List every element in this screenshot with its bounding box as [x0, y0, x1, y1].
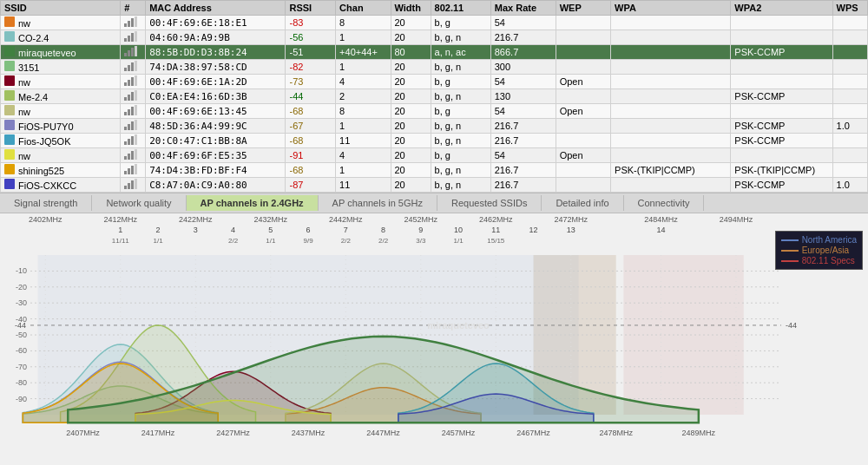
table-row[interactable]: nw00:4F:69:6E:1A:2D-73420b, g54Open [1, 75, 868, 89]
cell-value: 54 [490, 16, 556, 30]
table-row[interactable]: nw00:4F:69:6E:18:E1-83820b, g54 [1, 16, 868, 30]
cell-value: PSK-(TKIP|CCMP) [731, 163, 832, 178]
svg-text:2452MHz: 2452MHz [404, 215, 438, 224]
cell-value: 1 [336, 60, 391, 75]
cell-value [731, 75, 832, 89]
svg-text:2437MHz: 2437MHz [292, 429, 326, 437]
cell-value: 20 [391, 178, 431, 193]
table-row[interactable]: Me-2.4C0:EA:E4:16:6D:3B-44220b, g, n130P… [1, 89, 868, 104]
tab-ap-channels-in-5ghz[interactable]: AP channels in 5GHz [319, 195, 437, 211]
svg-rect-29 [128, 124, 130, 130]
cell-value: -82 [286, 60, 336, 75]
cell-num [121, 104, 146, 119]
svg-text:-30: -30 [16, 298, 27, 307]
tab-requested-ssids[interactable]: Requested SSIDs [437, 195, 542, 211]
cell-value: 54 [490, 148, 556, 163]
network-color-dot [4, 164, 15, 174]
table-row[interactable]: 315174:DA:38:97:58:CD-82120b, g, n300 [1, 60, 868, 75]
cell-value: -44 [286, 89, 336, 104]
cell-value: 20 [391, 163, 431, 178]
cell-value: -51 [286, 45, 336, 60]
cell-num [121, 45, 146, 60]
tab-signal-strength[interactable]: Signal strength [0, 195, 92, 211]
cell-value [611, 30, 731, 45]
table-row[interactable]: nw00:4F:69:6E:13:45-68820b, g54Open [1, 104, 868, 119]
cell-value: PSK-(TKIP|CCMP) [611, 163, 731, 178]
cell-value: 1.0 [832, 178, 867, 193]
col-rssi: RSSI [286, 1, 336, 16]
legend-item: Europe/Asia [781, 246, 857, 255]
svg-rect-8 [124, 53, 127, 56]
svg-rect-9 [128, 50, 130, 56]
cell-value: 216.7 [490, 163, 556, 178]
tab-network-quality[interactable]: Network quality [92, 195, 186, 211]
network-color-dot [4, 105, 15, 115]
tab-detailed-info[interactable]: Detailed info [542, 195, 623, 211]
svg-text:-80: -80 [16, 378, 27, 387]
table-row[interactable]: shining52574:D4:3B:FD:BF:F4-68120b, g, n… [1, 163, 868, 178]
cell-value: -87 [286, 178, 336, 193]
svg-text:2412MHz: 2412MHz [104, 215, 138, 224]
cell-value: 00:4F:69:6F:E5:35 [146, 148, 286, 163]
cell-ssid: miraqueteveo [1, 45, 121, 60]
cell-value [611, 60, 731, 75]
svg-text:-20: -20 [16, 283, 27, 291]
svg-rect-30 [131, 121, 134, 130]
cell-value: 20 [391, 16, 431, 30]
svg-rect-47 [135, 179, 137, 189]
cell-value: b, g [431, 16, 490, 30]
legend-label: Europe/Asia [802, 246, 849, 255]
cell-value: 74:D4:3B:FD:BF:F4 [146, 163, 286, 178]
cell-value [832, 45, 867, 60]
col-mac: MAC Address [146, 1, 286, 16]
cell-value: 216.7 [490, 134, 556, 148]
cell-value [611, 89, 731, 104]
cell-value [611, 16, 731, 30]
svg-text:2457MHz: 2457MHz [442, 429, 476, 437]
cell-value [611, 104, 731, 119]
svg-rect-43 [135, 164, 137, 174]
svg-rect-28 [124, 127, 127, 130]
table-row[interactable]: nw00:4F:69:6F:E5:35-91420b, g54Open [1, 148, 868, 163]
cell-value: PSK-CCMP [731, 134, 832, 148]
svg-text:2422MHz: 2422MHz [179, 215, 213, 224]
cell-num [121, 163, 146, 178]
table-row[interactable]: FiOS-CXKCCC8:A7:0A:C9:A0:80-871120b, g, … [1, 178, 868, 193]
svg-rect-35 [135, 134, 137, 145]
cell-value: b, g, n [431, 119, 490, 134]
cell-value: -67 [286, 119, 336, 134]
cell-value: C8:A7:0A:C9:A0:80 [146, 178, 286, 193]
svg-text:2: 2 [156, 226, 161, 234]
cell-value [611, 119, 731, 134]
svg-text:-60: -60 [16, 346, 27, 355]
network-color-dot [4, 90, 15, 101]
cell-value: 8 [336, 16, 391, 30]
tab-connectivity[interactable]: Connectivity [624, 195, 705, 211]
svg-rect-11 [135, 46, 137, 56]
cell-value [731, 104, 832, 119]
table-row[interactable]: FiOS-PU7Y048:5D:36:A4:99:9C-67120b, g, n… [1, 119, 868, 134]
cell-num [121, 75, 146, 89]
svg-text:12: 12 [529, 226, 538, 234]
cell-value [611, 75, 731, 89]
legend-line [781, 250, 799, 252]
cell-value: b, g, n [431, 89, 490, 104]
cell-value [611, 148, 731, 163]
table-row[interactable]: CO-2.404:60:9A:A9:9B-56120b, g, n216.7 [1, 30, 868, 45]
table-header: SSID # MAC Address RSSI Chan Width 802.1… [1, 1, 868, 16]
cell-value [832, 75, 867, 89]
cell-value: 1 [336, 163, 391, 178]
svg-text:-44: -44 [15, 321, 26, 330]
chart-area: -10-20-30-40-50-60-70-80-902402MHz2412MH… [0, 213, 868, 465]
table-body[interactable]: nw00:4F:69:6E:18:E1-83820b, g54CO-2.404:… [1, 16, 868, 193]
svg-text:7: 7 [344, 226, 348, 234]
svg-rect-25 [128, 109, 130, 115]
cell-value: -83 [286, 16, 336, 30]
tab-ap-channels-in-2.4ghz[interactable]: AP channels in 2.4GHz [187, 195, 319, 211]
table-row[interactable]: miraqueteveo88:5B:DD:D3:8B:24-51+40+44+8… [1, 45, 868, 60]
svg-text:miraqueteveo: miraqueteveo [427, 320, 490, 331]
svg-text:2/2: 2/2 [228, 237, 239, 245]
table-row[interactable]: Fios-JQ5OK20:C0:47:C1:BB:8A-681120b, g, … [1, 134, 868, 148]
svg-text:9/9: 9/9 [303, 237, 313, 245]
cell-value: 130 [490, 89, 556, 104]
